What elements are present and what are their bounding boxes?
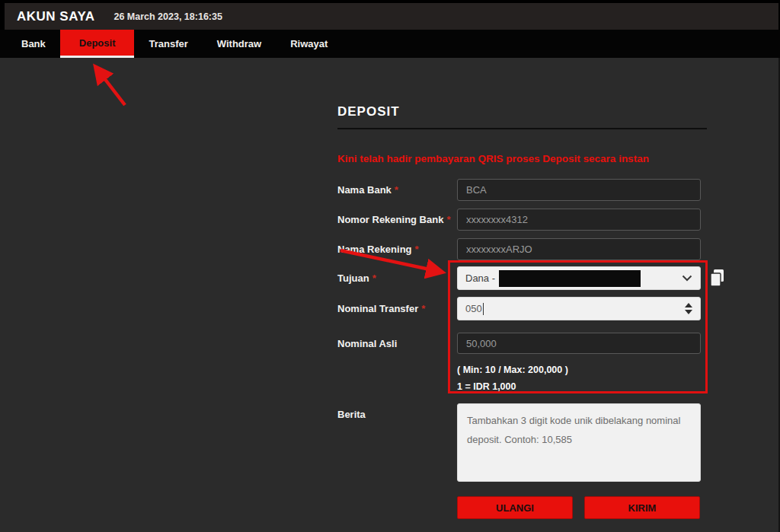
stepper-down-icon[interactable]	[685, 310, 692, 314]
tujuan-selected-value: Dana -	[465, 272, 495, 284]
rate-note: 1 = IDR 1,000	[457, 381, 516, 392]
tab-riwayat[interactable]: Riwayat	[276, 30, 342, 58]
chevron-down-icon	[682, 275, 692, 282]
datetime-display: 26 March 2023, 18:16:35	[113, 11, 222, 22]
nama-bank-input[interactable]	[457, 179, 701, 201]
required-asterisk: *	[446, 214, 450, 225]
required-asterisk: *	[421, 303, 425, 314]
nama-rekening-input[interactable]	[457, 238, 701, 260]
copy-icon[interactable]	[708, 268, 727, 289]
label-nama-bank: Nama Bank*	[337, 179, 456, 201]
number-stepper[interactable]	[685, 303, 692, 314]
required-asterisk: *	[372, 272, 376, 284]
tab-withdraw[interactable]: Withdraw	[203, 30, 276, 58]
required-asterisk: *	[395, 184, 398, 196]
text-cursor	[483, 303, 484, 315]
berita-textarea[interactable]: Tambahkan 3 digit kode unik dibelakang n…	[457, 403, 701, 482]
heading-divider	[337, 128, 707, 129]
label-nominal-transfer: Nominal Transfer*	[337, 298, 456, 320]
nominal-transfer-value: 050	[465, 303, 482, 314]
nominal-asli-input[interactable]	[457, 333, 701, 354]
label-tujuan: Tujuan*	[337, 267, 456, 289]
page: AKUN SAYA 26 March 2023, 18:16:35 Bank D…	[0, 0, 780, 532]
tab-bank[interactable]: Bank	[7, 30, 60, 58]
label-nomor-rekening-bank: Nomor Rekening Bank*	[337, 209, 456, 231]
ulangi-button[interactable]: ULANGI	[457, 496, 573, 519]
top-header-bar: AKUN SAYA 26 March 2023, 18:16:35	[5, 3, 778, 30]
label-berita: Berita	[337, 403, 456, 425]
kirim-button[interactable]: KIRIM	[584, 496, 700, 519]
label-nama-rekening: Nama Rekening*	[337, 238, 456, 260]
redaction-box	[499, 270, 641, 287]
nominal-transfer-input[interactable]: 050	[457, 297, 701, 320]
main-nav: Bank Deposit Transfer Withdraw Riwayat	[0, 30, 780, 58]
label-nominal-asli: Nominal Asli	[337, 333, 456, 355]
app-title: AKUN SAYA	[17, 9, 94, 24]
min-max-note: ( Min: 10 / Max: 200,000 )	[457, 365, 568, 375]
qris-notice: Kini telah hadir pembayaran QRIS proses …	[337, 153, 711, 164]
required-asterisk: *	[415, 244, 419, 255]
stepper-up-icon[interactable]	[685, 303, 692, 307]
tab-deposit[interactable]: Deposit	[60, 30, 135, 58]
tab-transfer[interactable]: Transfer	[134, 30, 202, 58]
page-title: DEPOSIT	[337, 104, 400, 119]
tujuan-select[interactable]: Dana -	[457, 266, 701, 290]
nomor-rekening-bank-input[interactable]	[457, 209, 701, 231]
